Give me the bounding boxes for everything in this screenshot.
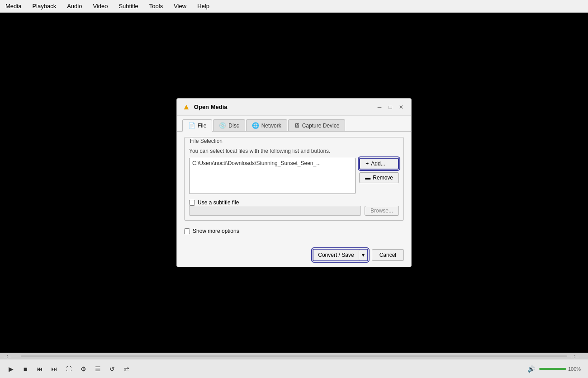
extended-button[interactable]: ⚙: [77, 363, 90, 375]
menu-bar: Media Playback Audio Video Subtitle Tool…: [0, 0, 588, 13]
add-icon: +: [365, 161, 369, 167]
progress-bar-area: --:-- --:--: [0, 353, 588, 359]
cancel-button[interactable]: Cancel: [372, 249, 404, 261]
file-selection-group: File Selection You can select local file…: [184, 137, 404, 221]
volume-fill: [539, 368, 566, 370]
group-title: File Selection: [188, 138, 224, 144]
dialog-title-bar: ▲ Open Media ─ □ ✕: [177, 99, 411, 116]
add-button[interactable]: + Add...: [359, 158, 399, 170]
capture-tab-icon: 🖥: [294, 122, 300, 129]
subtitle-input[interactable]: [189, 206, 361, 216]
progress-track[interactable]: [21, 355, 567, 357]
minimize-button[interactable]: ─: [375, 103, 384, 112]
dialog-title: Open Media: [194, 104, 373, 110]
fullscreen-button[interactable]: ⛶: [62, 363, 75, 375]
convert-save-group: Convert / Save ▾: [313, 249, 368, 261]
menu-subtitle[interactable]: Subtitle: [117, 2, 140, 10]
tab-capture[interactable]: 🖥 Capture Device: [288, 119, 346, 131]
loop-button[interactable]: ↺: [106, 363, 119, 375]
open-media-dialog: ▲ Open Media ─ □ ✕ 📄 File 💿 Disc 🌐 Netwo…: [176, 98, 412, 267]
close-button[interactable]: ✕: [397, 103, 406, 112]
subtitle-checkbox-label: Use a subtitle file: [198, 199, 239, 206]
dialog-tabs: 📄 File 💿 Disc 🌐 Network 🖥 Capture Device: [177, 116, 411, 131]
playlist-button[interactable]: ☰: [91, 363, 104, 375]
next-button[interactable]: ⏭: [48, 363, 61, 375]
menu-media[interactable]: Media: [4, 2, 23, 10]
stop-button[interactable]: ■: [19, 363, 32, 375]
disc-tab-icon: 💿: [219, 122, 226, 129]
tab-network[interactable]: 🌐 Network: [246, 119, 287, 131]
dialog-overlay: ▲ Open Media ─ □ ✕ 📄 File 💿 Disc 🌐 Netwo…: [0, 13, 588, 353]
file-selection-description: You can select local files with the foll…: [189, 148, 399, 154]
menu-help[interactable]: Help: [195, 2, 211, 10]
file-tab-icon: 📄: [188, 122, 195, 129]
volume-percentage: 100%: [568, 366, 583, 372]
browse-button[interactable]: Browse...: [365, 206, 399, 216]
show-more-label: Show more options: [193, 228, 239, 234]
show-more-checkbox[interactable]: [184, 228, 190, 234]
show-more-row: Show more options: [184, 226, 404, 240]
subtitle-checkbox[interactable]: [189, 200, 195, 206]
volume-area: 🔊 100%: [525, 363, 583, 375]
volume-icon[interactable]: 🔊: [525, 363, 537, 375]
add-button-label: Add...: [371, 161, 385, 167]
play-button[interactable]: ▶: [5, 363, 17, 375]
menu-playback[interactable]: Playback: [30, 2, 58, 10]
dialog-footer: Convert / Save ▾ Cancel: [177, 245, 411, 267]
network-tab-icon: 🌐: [252, 122, 259, 129]
menu-video[interactable]: Video: [91, 2, 109, 10]
file-list-item: C:\Users\nocti\Downloads\Stunning_Sunset…: [192, 160, 352, 166]
tab-file-label: File: [198, 123, 206, 129]
prev-button[interactable]: ⏮: [33, 363, 46, 375]
file-list-box[interactable]: C:\Users\nocti\Downloads\Stunning_Sunset…: [189, 158, 356, 194]
menu-audio[interactable]: Audio: [65, 2, 84, 10]
remove-button[interactable]: ▬ Remove: [359, 172, 399, 183]
dialog-body: File Selection You can select local file…: [177, 131, 411, 245]
file-input-row: C:\Users\nocti\Downloads\Stunning_Sunset…: [189, 158, 399, 194]
convert-save-dropdown[interactable]: ▾: [359, 250, 367, 260]
remove-button-label: Remove: [373, 175, 393, 181]
bottom-bar: --:-- --:-- ▶ ■ ⏮ ⏭ ⛶ ⚙ ☰ ↺ ⇄ 🔊 100%: [0, 353, 588, 378]
file-buttons: + Add... ▬ Remove: [359, 158, 399, 183]
subtitle-input-row: Browse...: [185, 206, 403, 220]
shuffle-button[interactable]: ⇄: [120, 363, 133, 375]
time-elapsed: --:--: [4, 354, 17, 359]
remove-icon: ▬: [365, 175, 370, 181]
menu-view[interactable]: View: [172, 2, 188, 10]
tab-file[interactable]: 📄 File: [182, 119, 212, 132]
tab-network-label: Network: [261, 123, 281, 129]
tab-disc[interactable]: 💿 Disc: [213, 119, 245, 131]
subtitle-checkbox-area: Use a subtitle file: [189, 199, 399, 206]
time-remaining: --:--: [571, 354, 584, 359]
volume-track[interactable]: [539, 368, 566, 370]
vlc-icon: ▲: [182, 102, 190, 112]
group-content: You can select local files with the foll…: [185, 144, 403, 199]
convert-save-button[interactable]: Convert / Save: [313, 250, 358, 260]
tab-capture-label: Capture Device: [302, 123, 340, 129]
menu-tools[interactable]: Tools: [147, 2, 165, 10]
controls-area: ▶ ■ ⏮ ⏭ ⛶ ⚙ ☰ ↺ ⇄ 🔊 100%: [0, 359, 588, 378]
tab-disc-label: Disc: [228, 123, 239, 129]
maximize-button[interactable]: □: [386, 103, 395, 112]
